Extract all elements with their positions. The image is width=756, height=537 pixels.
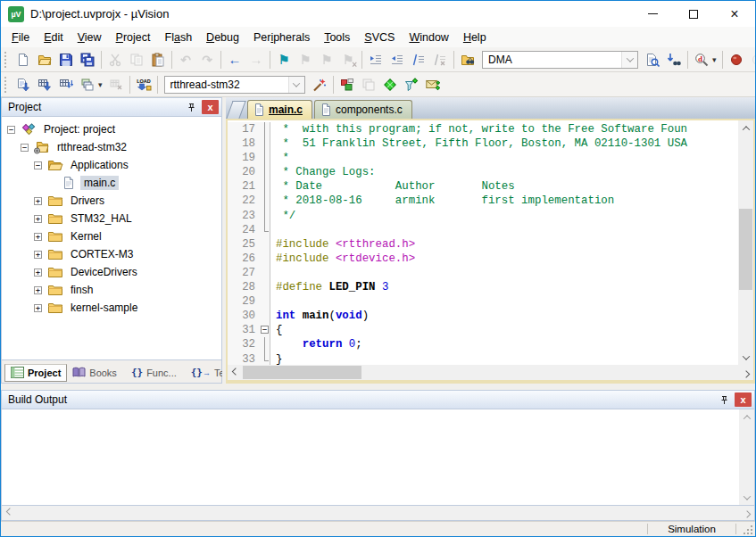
tree-item-stm32-hal[interactable]: +STM32_HAL bbox=[2, 210, 221, 227]
code-editor[interactable]: 17 * with this program; if not, write to… bbox=[228, 120, 738, 365]
dropdown-caret-icon[interactable]: ▾ bbox=[98, 80, 103, 89]
code-line[interactable]: 27 bbox=[228, 266, 738, 280]
menu-item-view[interactable]: View bbox=[71, 29, 109, 46]
menu-item-peripherals[interactable]: Peripherals bbox=[246, 29, 317, 46]
code-line[interactable]: 22 * 2018-08-16 armink first implementat… bbox=[228, 194, 738, 208]
menu-item-help[interactable]: Help bbox=[456, 29, 494, 46]
tree-item-devicedrivers[interactable]: +DeviceDrivers bbox=[2, 263, 221, 281]
expand-icon[interactable]: + bbox=[34, 233, 42, 241]
scroll-left-button[interactable] bbox=[2, 506, 17, 521]
fold-margin[interactable] bbox=[260, 252, 270, 266]
incremental-find-button[interactable] bbox=[663, 49, 685, 70]
new-file-button[interactable] bbox=[12, 49, 34, 70]
panel-tab-project[interactable]: Project bbox=[4, 364, 67, 382]
find-combo-dropdown-button[interactable] bbox=[621, 52, 637, 68]
editor-hscroll-track[interactable] bbox=[243, 365, 738, 380]
scroll-right-button[interactable] bbox=[738, 365, 753, 380]
target-combo[interactable]: rtthread-stm32 bbox=[164, 76, 305, 94]
build-output-content[interactable] bbox=[2, 409, 739, 505]
pack-installer-button[interactable] bbox=[422, 74, 444, 95]
tree-item-kernel[interactable]: +Kernel bbox=[2, 227, 221, 245]
expand-icon[interactable]: + bbox=[34, 215, 42, 223]
maximize-button[interactable] bbox=[673, 1, 714, 27]
fold-margin[interactable] bbox=[260, 179, 270, 194]
build-output-hscroll-track[interactable] bbox=[17, 506, 739, 520]
fold-margin[interactable] bbox=[260, 237, 270, 252]
code-line[interactable]: 19 * bbox=[228, 151, 738, 165]
scroll-right-button[interactable] bbox=[739, 506, 754, 521]
tree-item-drivers[interactable]: +Drivers bbox=[2, 192, 221, 210]
code-line[interactable]: 32 return 0; bbox=[228, 337, 738, 351]
find-combo[interactable]: DMA bbox=[482, 51, 638, 69]
code-line[interactable]: 26#include <rtdevice.h> bbox=[228, 252, 738, 266]
fold-margin[interactable] bbox=[260, 294, 270, 309]
find-in-files-button[interactable] bbox=[642, 49, 663, 70]
fold-margin[interactable] bbox=[260, 151, 270, 165]
panel-tab-books[interactable]: Books bbox=[67, 364, 122, 382]
dropdown-caret-icon[interactable]: ▾ bbox=[712, 55, 717, 64]
expand-icon[interactable]: + bbox=[34, 304, 42, 312]
tree-item-applications[interactable]: −Applications bbox=[2, 156, 221, 174]
menu-item-debug[interactable]: Debug bbox=[199, 29, 246, 46]
fold-margin[interactable] bbox=[260, 165, 270, 179]
editor-vscroll-thumb[interactable] bbox=[739, 209, 752, 290]
comment-selection-button[interactable] bbox=[408, 49, 429, 70]
collapse-icon[interactable]: − bbox=[21, 144, 29, 152]
build-output-close-button[interactable]: x bbox=[735, 392, 752, 407]
code-line[interactable]: 31−{ bbox=[228, 323, 738, 337]
code-line[interactable]: 23 */ bbox=[228, 209, 738, 223]
editor-horizontal-scrollbar[interactable] bbox=[228, 365, 753, 380]
tree-item-main-c[interactable]: main.c bbox=[2, 174, 221, 192]
download-button[interactable]: LOAD bbox=[133, 74, 154, 95]
fold-margin[interactable] bbox=[260, 223, 270, 237]
fold-margin[interactable] bbox=[260, 352, 270, 366]
bookmark-toggle-button[interactable]: ⚑ bbox=[273, 49, 295, 70]
fold-margin[interactable] bbox=[260, 337, 270, 351]
manage-project-items-button[interactable] bbox=[336, 74, 358, 95]
editor-vertical-scrollbar[interactable] bbox=[738, 120, 753, 365]
code-line[interactable]: 29 bbox=[228, 294, 738, 309]
fold-margin[interactable] bbox=[260, 136, 270, 151]
editor-tab-components-c[interactable]: components.c bbox=[314, 100, 412, 119]
collapse-icon[interactable]: − bbox=[34, 161, 42, 169]
code-line[interactable]: 28#define LED_PIN 3 bbox=[228, 280, 738, 294]
fold-collapse-icon[interactable]: − bbox=[261, 326, 269, 334]
build-button[interactable] bbox=[34, 74, 55, 95]
code-line[interactable]: 30int main(void) bbox=[228, 309, 738, 323]
select-packs-button[interactable] bbox=[401, 74, 422, 95]
rebuild-button[interactable] bbox=[55, 74, 77, 95]
paste-button[interactable] bbox=[147, 49, 169, 70]
indent-button[interactable] bbox=[365, 49, 386, 70]
target-options-button[interactable] bbox=[309, 74, 330, 95]
build-output-vertical-scrollbar[interactable] bbox=[739, 409, 754, 505]
editor-tab-main-c[interactable]: main.c bbox=[247, 100, 312, 119]
breakpoint-toggle-button[interactable] bbox=[726, 49, 747, 70]
debug-session-button[interactable]: d bbox=[691, 49, 712, 70]
unindent-button[interactable] bbox=[386, 49, 408, 70]
menu-item-window[interactable]: Window bbox=[402, 29, 455, 46]
toolbar-grip[interactable] bbox=[4, 52, 9, 68]
target-combo-dropdown-button[interactable] bbox=[288, 77, 304, 93]
code-line[interactable]: 33} bbox=[228, 352, 738, 366]
batch-build-button[interactable] bbox=[77, 74, 98, 95]
tree-item-project-project[interactable]: −Project: project bbox=[2, 120, 221, 138]
collapse-icon[interactable]: − bbox=[7, 126, 15, 134]
toolbar-grip[interactable] bbox=[4, 77, 9, 93]
fold-margin[interactable] bbox=[260, 266, 270, 280]
open-file-button[interactable] bbox=[34, 49, 55, 70]
save-button[interactable] bbox=[55, 49, 77, 70]
tree-item-rtthread-stm32[interactable]: −rtthread-stm32 bbox=[2, 138, 221, 156]
fold-margin[interactable] bbox=[260, 280, 270, 294]
editor-vscroll-track[interactable] bbox=[738, 136, 753, 350]
scroll-left-button[interactable] bbox=[228, 365, 243, 380]
menu-item-file[interactable]: File bbox=[4, 29, 37, 46]
scroll-down-button[interactable] bbox=[738, 350, 753, 365]
fold-margin[interactable] bbox=[260, 194, 270, 208]
fold-margin[interactable] bbox=[260, 309, 270, 323]
editor-hscroll-thumb[interactable] bbox=[243, 366, 361, 379]
code-line[interactable]: 24 bbox=[228, 223, 738, 237]
minimize-button[interactable] bbox=[632, 1, 673, 27]
navigate-back-button[interactable]: ← bbox=[224, 49, 245, 70]
code-line[interactable]: 17 * with this program; if not, write to… bbox=[228, 122, 738, 136]
code-line[interactable]: 20 * Change Logs: bbox=[228, 165, 738, 179]
